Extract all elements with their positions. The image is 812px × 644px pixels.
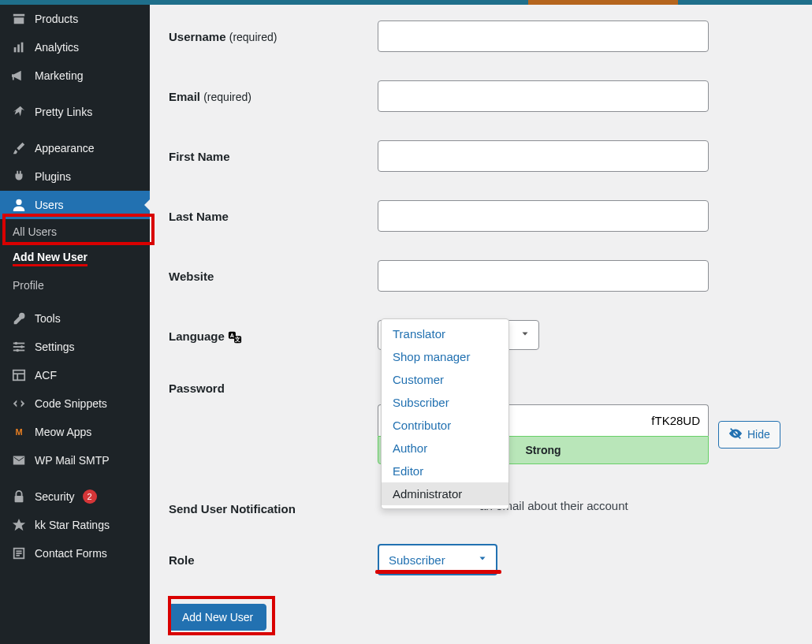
firstname-label: First Name [169,140,378,163]
sidebar-item-code-snippets[interactable]: Code Snippets [0,389,150,418]
lock-icon [11,489,27,504]
sidebar-sub-label: Add New User [13,251,88,266]
sidebar-item-wpmailsmtp[interactable]: WP Mail SMTP [0,446,150,475]
sidebar-item-label: Plugins [35,170,71,183]
add-new-user-button[interactable]: Add New User [169,604,266,631]
role-option-translator[interactable]: Translator [382,322,508,345]
sidebar-sub-all-users[interactable]: All Users [0,219,150,244]
firstname-input[interactable] [378,140,709,172]
sidebar-item-label: Analytics [35,41,79,54]
sidebar-item-label: Meow Apps [35,426,91,438]
archive-icon [11,11,27,27]
sidebar-item-label: Code Snippets [35,397,107,410]
notification-label: Send User Notification [169,493,378,516]
username-input[interactable] [378,20,709,52]
role-option-contributor[interactable]: Contributor [382,414,508,437]
plug-icon [11,169,27,184]
chevron-down-icon [477,553,488,567]
wrench-icon [11,311,27,326]
svg-rect-1 [17,44,20,52]
sidebar-item-users[interactable]: Users [0,191,150,219]
sidebar-item-security[interactable]: Security 2 [0,482,150,511]
lastname-input[interactable] [378,200,709,232]
role-option-subscriber[interactable]: Subscriber [382,391,508,414]
sidebar-item-meow-apps[interactable]: M Meow Apps [0,418,150,446]
sidebar-item-appearance[interactable]: Appearance [0,134,150,162]
code-icon [11,396,27,411]
role-label: Role [169,544,378,567]
form-icon [11,545,27,561]
password-label: Password [169,372,378,395]
sidebar-item-analytics[interactable]: Analytics [0,33,150,61]
sidebar-item-label: Products [35,13,78,25]
role-option-customer[interactable]: Customer [382,368,508,391]
website-input[interactable] [378,260,709,292]
layout-icon [11,367,27,383]
sidebar-sub-add-new-user[interactable]: Add New User [0,244,150,273]
sidebar-item-label: WP Mail SMTP [35,454,110,467]
sidebar-item-tools[interactable]: Tools [0,304,150,333]
user-icon [11,197,27,213]
sidebar-item-label: Pretty Links [35,106,92,118]
role-dropdown: Translator Shop manager Customer Subscri… [381,318,509,509]
svg-rect-2 [21,43,24,53]
sidebar-item-marketing[interactable]: Marketing [0,61,150,90]
sidebar-item-plugins[interactable]: Plugins [0,162,150,191]
sidebar-item-label: Tools [35,312,61,325]
star-arrow-icon [11,104,27,120]
sidebar-item-label: Settings [35,341,75,353]
hide-password-button[interactable]: Hide [718,421,780,449]
role-option-administrator[interactable]: Administrator [382,482,508,505]
svg-point-3 [16,199,21,205]
svg-point-8 [20,345,24,348]
svg-rect-0 [14,47,17,52]
role-option-shop-manager[interactable]: Shop manager [382,345,508,368]
chevron-down-icon [520,329,531,342]
sidebar-item-label: Marketing [35,69,83,82]
username-label: Username (required) [169,20,378,43]
svg-text:A: A [230,332,234,339]
svg-text:文: 文 [234,337,240,344]
sidebar-item-label: Security [35,490,75,503]
sidebar-item-label: Users [35,199,64,211]
security-badge: 2 [83,490,97,504]
email-label: Email (required) [169,80,378,103]
svg-rect-13 [15,496,24,502]
star-icon [11,517,27,533]
lastname-label: Last Name [169,200,378,223]
sidebar-item-label: Contact Forms [35,547,107,560]
eye-slash-icon [728,426,743,443]
email-input[interactable] [378,80,709,112]
sidebar-item-label: ACF [35,369,57,382]
sidebar-item-acf[interactable]: ACF [0,361,150,389]
language-label: Language A文 [169,320,378,344]
translate-icon: A文 [228,330,242,343]
meow-icon: M [11,424,27,440]
sidebar-sub-profile[interactable]: Profile [0,273,150,298]
chart-icon [11,39,27,55]
brush-icon [11,140,27,156]
sidebar-item-label: kk Star Ratings [35,519,110,531]
role-option-editor[interactable]: Editor [382,460,508,482]
website-label: Website [169,260,378,283]
admin-sidebar: Products Analytics Marketing Pretty Link… [0,5,150,644]
sidebar-item-prettylinks[interactable]: Pretty Links [0,98,150,126]
svg-point-9 [16,349,19,352]
mail-icon [11,452,27,468]
role-option-author[interactable]: Author [382,437,508,460]
sidebar-item-label: Appearance [35,142,95,154]
sidebar-item-settings[interactable]: Settings [0,333,150,361]
megaphone-icon [11,68,27,84]
annotation-underline-role [375,570,501,574]
sidebar-item-kkstar[interactable]: kk Star Ratings [0,511,150,539]
sidebar-item-contact-forms[interactable]: Contact Forms [0,539,150,568]
svg-rect-10 [13,370,24,381]
sidebar-item-products[interactable]: Products [0,5,150,33]
svg-point-7 [15,342,18,345]
sliders-icon [11,339,27,355]
